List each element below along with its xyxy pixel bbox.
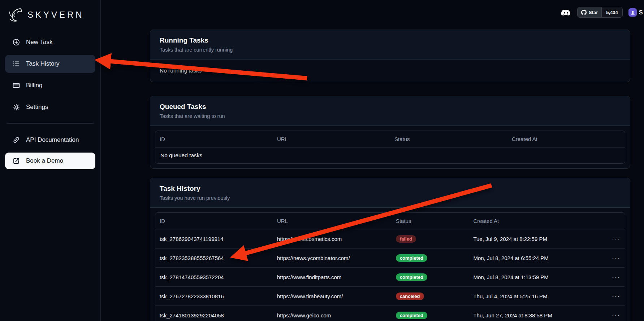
- credit-card-icon: [12, 82, 20, 89]
- task-url: https://www.tirabeauty.com/: [273, 293, 392, 299]
- sidebar-item-new-task[interactable]: New Task: [5, 33, 95, 51]
- sidebar-divider: [7, 123, 94, 124]
- task-id: tsk_278147405593572204: [155, 274, 273, 280]
- running-tasks-header: Running Tasks Tasks that are currently r…: [150, 30, 630, 60]
- running-tasks-empty: No running tasks: [150, 60, 630, 82]
- app-root: SKYVERN New Task Task History: [0, 0, 644, 321]
- task-history-body: ID URL Status Created At tsk_27862904374…: [150, 208, 630, 321]
- gear-icon: [12, 103, 20, 111]
- queued-tasks-body: ID URL Status Created At No queued tasks: [150, 126, 630, 168]
- task-history-table: ID URL Status Created At tsk_27862904374…: [155, 212, 625, 321]
- list-icon: [12, 60, 20, 68]
- task-created-at: Mon, Jul 8, 2024 at 1:13:59 PM: [469, 274, 608, 280]
- card-title: Task History: [160, 185, 621, 193]
- github-icon: [581, 10, 587, 15]
- link-icon: [12, 136, 20, 144]
- task-url: https://news.ycombinator.com/: [273, 255, 392, 261]
- book-demo-button[interactable]: Book a Demo: [5, 153, 95, 169]
- row-actions-button[interactable]: ···: [608, 235, 625, 243]
- row-actions-button[interactable]: ···: [608, 254, 625, 262]
- avatar[interactable]: [628, 8, 637, 17]
- sidebar-item-billing[interactable]: Billing: [5, 76, 95, 94]
- column-header-id: ID: [155, 218, 273, 224]
- card-subtitle: Tasks you have run previously: [160, 195, 621, 201]
- task-url: https://www.finditparts.com: [273, 274, 392, 280]
- user-icon: [630, 10, 636, 16]
- task-row[interactable]: tsk_274180139292204058 https://www.geico…: [155, 305, 625, 321]
- column-header-url: URL: [273, 136, 390, 142]
- column-header-created: Created At: [469, 218, 608, 224]
- github-star-label: Star: [589, 10, 598, 15]
- task-url: https://www.geico.com: [273, 312, 392, 318]
- column-header-id: ID: [155, 136, 273, 142]
- skyvern-dragon-icon: [7, 7, 24, 22]
- column-header-status: Status: [392, 218, 469, 224]
- card-title: Running Tasks: [160, 36, 621, 44]
- task-row[interactable]: tsk_278235388555267564 https://news.ycom…: [155, 248, 625, 267]
- status-badge: completed: [396, 312, 427, 319]
- row-actions-button[interactable]: ···: [608, 312, 625, 319]
- sidebar-item-settings[interactable]: Settings: [5, 98, 95, 116]
- task-id: tsk_276727822333810816: [155, 293, 273, 299]
- brand-logo[interactable]: SKYVERN: [5, 5, 95, 24]
- task-id: tsk_274180139292204058: [155, 312, 273, 318]
- plus-circle-icon: [12, 38, 20, 46]
- card-subtitle: Tasks that are currently running: [160, 47, 621, 53]
- status-badge: completed: [396, 254, 427, 262]
- external-link-icon: [12, 157, 20, 165]
- task-row[interactable]: tsk_276727822333810816 https://www.tirab…: [155, 286, 625, 305]
- task-created-at: Thu, Jun 27, 2024 at 8:38:58 PM: [469, 312, 608, 318]
- card-title: Queued Tasks: [160, 103, 621, 111]
- task-created-at: Tue, Jul 9, 2024 at 8:22:59 PM: [469, 236, 608, 242]
- task-created-at: Mon, Jul 8, 2024 at 6:55:24 PM: [469, 255, 608, 261]
- card-subtitle: Tasks that are waiting to run: [160, 113, 621, 119]
- sidebar-item-label: Task History: [26, 60, 60, 67]
- book-demo-label: Book a Demo: [26, 157, 63, 164]
- task-created-at: Thu, Jul 4, 2024 at 5:25:16 PM: [469, 293, 608, 299]
- task-row[interactable]: tsk_278147405593572204 https://www.findi…: [155, 267, 625, 286]
- task-row[interactable]: tsk_278629043741199914 https://whitecosm…: [155, 229, 625, 248]
- discord-icon: [561, 8, 571, 18]
- sidebar-item-label: Billing: [26, 82, 42, 89]
- sidebar: SKYVERN New Task Task History: [0, 0, 101, 321]
- brand-name: SKYVERN: [27, 10, 84, 20]
- task-history-card: Task History Tasks you have run previous…: [150, 178, 630, 321]
- discord-button[interactable]: [561, 8, 571, 18]
- queued-tasks-empty: No queued tasks: [155, 147, 625, 163]
- github-star-count[interactable]: 5,434: [601, 7, 622, 17]
- row-actions-button[interactable]: ···: [608, 293, 625, 300]
- column-header-status: Status: [390, 136, 507, 142]
- queued-tasks-card: Queued Tasks Tasks that are waiting to r…: [150, 96, 630, 169]
- account-name: S: [639, 9, 643, 16]
- table-header-row: ID URL Status Created At: [155, 131, 625, 147]
- sidebar-item-label: Settings: [26, 104, 48, 111]
- status-badge: completed: [396, 273, 427, 281]
- queued-tasks-table: ID URL Status Created At No queued tasks: [155, 131, 625, 164]
- sidebar-item-label: API Documentation: [26, 136, 79, 144]
- task-url: https://whitecosmetics.com: [273, 236, 392, 242]
- status-badge: canceled: [396, 293, 424, 300]
- row-actions-button[interactable]: ···: [608, 273, 625, 281]
- column-header-created: Created At: [507, 136, 625, 142]
- table-header-row: ID URL Status Created At: [155, 213, 625, 229]
- task-history-header: Task History Tasks you have run previous…: [150, 178, 630, 208]
- queued-tasks-header: Queued Tasks Tasks that are waiting to r…: [150, 96, 630, 126]
- github-star-widget[interactable]: Star 5,434: [577, 7, 623, 18]
- column-header-url: URL: [273, 218, 392, 224]
- task-id: tsk_278629043741199914: [155, 236, 273, 242]
- sidebar-nav: New Task Task History Billing: [5, 33, 95, 169]
- status-badge: failed: [396, 235, 416, 243]
- github-star-button[interactable]: Star: [578, 7, 601, 17]
- task-id: tsk_278235388555267564: [155, 255, 273, 261]
- sidebar-item-label: New Task: [26, 39, 52, 46]
- sidebar-item-api-documentation[interactable]: API Documentation: [5, 131, 95, 149]
- sidebar-item-task-history[interactable]: Task History: [5, 55, 95, 73]
- running-tasks-card: Running Tasks Tasks that are currently r…: [150, 30, 630, 82]
